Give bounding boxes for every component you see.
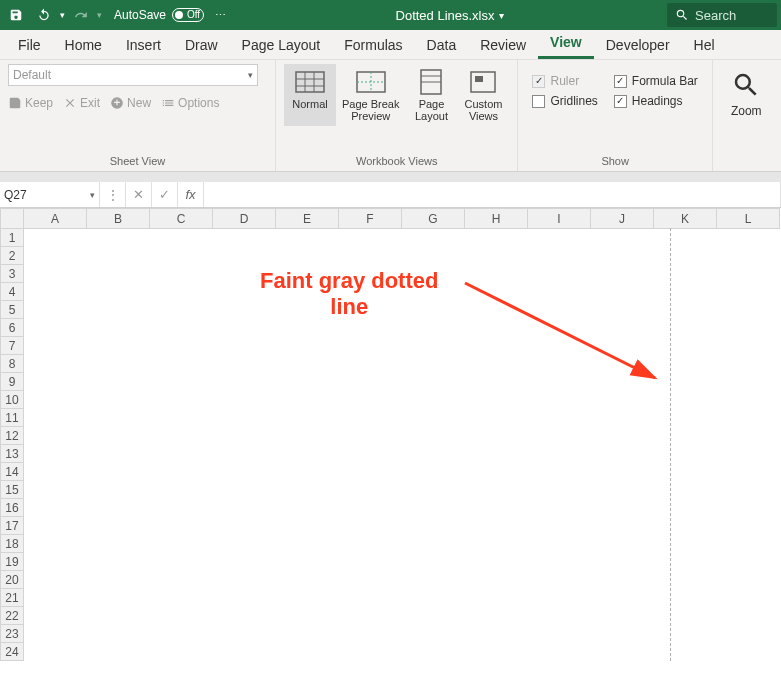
cell[interactable] [213,427,276,445]
cell[interactable] [87,553,150,571]
cell[interactable] [528,589,591,607]
tab-file[interactable]: File [6,31,53,59]
cell[interactable] [87,607,150,625]
cell[interactable] [654,445,717,463]
cell[interactable] [717,337,780,355]
col-header-K[interactable]: K [654,209,717,229]
cell[interactable] [528,427,591,445]
cell[interactable] [339,337,402,355]
cell[interactable] [150,481,213,499]
row-header-9[interactable]: 9 [1,373,24,391]
row-header-8[interactable]: 8 [1,355,24,373]
cell[interactable] [24,499,87,517]
cell[interactable] [87,499,150,517]
zoom-button[interactable]: Zoom [721,64,772,118]
cell[interactable] [654,229,717,247]
cell[interactable] [213,337,276,355]
cell[interactable] [528,517,591,535]
cell[interactable] [87,643,150,661]
cell[interactable] [276,535,339,553]
name-box[interactable]: Q27 ▾ [0,182,100,207]
cell[interactable] [339,445,402,463]
cell[interactable] [402,499,465,517]
cell[interactable] [276,337,339,355]
cell[interactable] [402,391,465,409]
cell[interactable] [213,571,276,589]
cell[interactable] [150,571,213,589]
cell[interactable] [24,337,87,355]
cell[interactable] [276,571,339,589]
undo-dropdown-icon[interactable]: ▾ [60,10,65,20]
cell[interactable] [465,247,528,265]
cell[interactable] [276,445,339,463]
cell[interactable] [591,589,654,607]
cell[interactable] [339,319,402,337]
cell[interactable] [654,499,717,517]
row-header-21[interactable]: 21 [1,589,24,607]
row-header-20[interactable]: 20 [1,571,24,589]
cell[interactable] [150,643,213,661]
row-header-15[interactable]: 15 [1,481,24,499]
cell[interactable] [528,553,591,571]
row-header-5[interactable]: 5 [1,301,24,319]
cell[interactable] [339,373,402,391]
cell[interactable] [339,553,402,571]
cell[interactable] [591,625,654,643]
cell[interactable] [717,247,780,265]
view-custom[interactable]: Custom Views [457,64,509,126]
cell[interactable] [717,571,780,589]
cell[interactable] [87,517,150,535]
cell[interactable] [276,247,339,265]
col-header-A[interactable]: A [24,209,87,229]
cell[interactable] [591,247,654,265]
cell[interactable] [465,535,528,553]
cell[interactable] [591,427,654,445]
cell[interactable] [150,427,213,445]
cell[interactable] [276,391,339,409]
cell[interactable] [654,247,717,265]
cell[interactable] [591,571,654,589]
tab-insert[interactable]: Insert [114,31,173,59]
cell[interactable] [150,373,213,391]
sheet-view-options[interactable]: Options [161,96,219,110]
cell[interactable] [717,643,780,661]
cell[interactable] [465,589,528,607]
tab-home[interactable]: Home [53,31,114,59]
cell[interactable] [402,409,465,427]
cell[interactable] [87,535,150,553]
row-header-11[interactable]: 11 [1,409,24,427]
autosave-toggle[interactable]: AutoSave Off [114,8,204,22]
cell[interactable] [591,553,654,571]
cell[interactable] [465,463,528,481]
cell[interactable] [87,373,150,391]
cell[interactable] [87,355,150,373]
cell[interactable] [213,373,276,391]
cell[interactable] [591,445,654,463]
cell[interactable] [717,625,780,643]
cell[interactable] [24,445,87,463]
cell[interactable] [276,607,339,625]
cell[interactable] [717,373,780,391]
cell[interactable] [339,607,402,625]
cell[interactable] [213,517,276,535]
cell[interactable] [24,247,87,265]
cell[interactable] [654,517,717,535]
col-header-L[interactable]: L [717,209,780,229]
cell[interactable] [24,229,87,247]
cell[interactable] [87,589,150,607]
cell[interactable] [717,481,780,499]
row-header-1[interactable]: 1 [1,229,24,247]
qat-customize-icon[interactable]: ⋯ [208,3,232,27]
cell[interactable] [276,643,339,661]
cell[interactable] [591,463,654,481]
sheet-view-exit[interactable]: Exit [63,96,100,110]
cell[interactable] [150,607,213,625]
col-header-F[interactable]: F [339,209,402,229]
cell[interactable] [213,499,276,517]
cell[interactable] [24,373,87,391]
cell[interactable] [654,481,717,499]
row-header-10[interactable]: 10 [1,391,24,409]
cell[interactable] [213,391,276,409]
cell[interactable] [276,499,339,517]
cell[interactable] [465,625,528,643]
